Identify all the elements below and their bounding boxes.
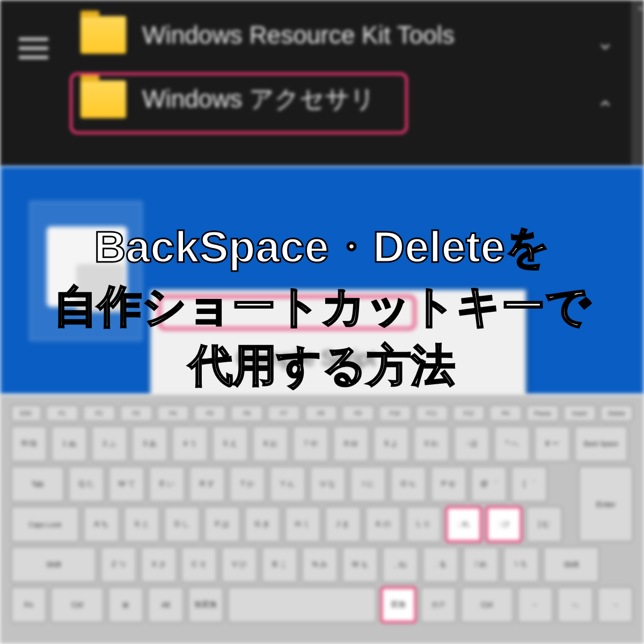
key-minus[interactable]: - ほ (453, 426, 490, 462)
key-caret[interactable]: ^ へ (494, 426, 530, 462)
key-f1[interactable]: F1 (46, 405, 79, 422)
key-t[interactable]: T か (229, 466, 266, 502)
key-bracket-left[interactable]: [ ゜ (511, 466, 547, 502)
key-enter[interactable]: Enter (579, 466, 633, 542)
key-9[interactable]: 9 よ (373, 426, 409, 462)
key-c[interactable]: C そ (181, 546, 217, 583)
keyboard-diagram: ESC F1 F2 F3 F4 F5 F6 F7 F8 F9 F10 F11 F… (0, 395, 644, 644)
key-f5[interactable]: F5 (193, 405, 226, 422)
key-u[interactable]: U な (310, 466, 346, 502)
key-f10[interactable]: F10 (378, 405, 412, 422)
key-n[interactable]: N み (302, 546, 338, 583)
key-prtsc[interactable]: Prt (489, 405, 522, 422)
key-x[interactable]: X さ (141, 546, 177, 583)
key-1[interactable]: 1 ぬ (51, 426, 87, 462)
key-colon-highlighted[interactable]: : け (486, 506, 522, 543)
key-j[interactable]: J ま (325, 506, 361, 543)
key-f9[interactable]: F9 (341, 405, 375, 422)
keyboard-bottom-row: Fn Ctrl ⊞ Alt 無変換 変換 カナ Ctrl ← ↑↓ → (11, 587, 633, 623)
key-4[interactable]: 4 う (172, 426, 208, 462)
key-esc[interactable]: ESC (11, 405, 42, 422)
key-g[interactable]: G き (244, 506, 281, 543)
key-q[interactable]: Q た (68, 466, 105, 502)
key-y[interactable]: Y ん (269, 466, 306, 502)
key-insert[interactable]: Insert (563, 405, 596, 422)
key-f6[interactable]: F6 (230, 405, 264, 422)
key-7[interactable]: 7 や (292, 426, 329, 462)
key-shift-left[interactable]: Shift (11, 546, 97, 583)
key-f2[interactable]: F2 (83, 405, 116, 422)
keyboard-number-row: 半/全 1 ぬ 2 ふ 3 あ 4 う 5 え 6 お 7 や 8 ゆ 9 よ … (11, 426, 633, 462)
keyboard-function-row: ESC F1 F2 F3 F4 F5 F6 F7 F8 F9 F10 F11 F… (11, 405, 633, 422)
key-a[interactable]: A ち (83, 506, 120, 543)
key-henkan-highlighted[interactable]: 変換 (380, 587, 416, 623)
chevron-down-icon[interactable]: ⌄ (596, 30, 614, 54)
hamburger-icon[interactable] (19, 38, 48, 59)
key-semicolon-highlighted[interactable]: ; れ (445, 506, 482, 543)
key-h[interactable]: H く (284, 506, 321, 543)
title-line-2: 自作ショートカットキーで (0, 277, 644, 336)
key-f4[interactable]: F4 (157, 405, 190, 422)
key-win[interactable]: ⊞ (108, 587, 144, 623)
key-d[interactable]: D し (164, 506, 200, 543)
key-arrow-right[interactable]: → (597, 587, 633, 623)
key-ctrl-left[interactable]: Ctrl (50, 587, 104, 623)
key-f8[interactable]: F8 (304, 405, 338, 422)
key-o[interactable]: O ら (390, 466, 427, 502)
key-slash[interactable]: / め (463, 546, 499, 583)
scrollbar[interactable]: ▴ (631, 0, 644, 166)
scroll-up-arrow-icon[interactable]: ▴ (638, 1, 643, 13)
menu-item-resource-kit[interactable]: Windows Resource Kit Tools (80, 16, 455, 54)
key-bracket-right[interactable]: ] む (526, 506, 562, 543)
key-shift-right[interactable]: Shift (543, 546, 599, 583)
key-space[interactable] (228, 587, 377, 623)
key-alt[interactable]: Alt (148, 587, 184, 623)
key-arrow-updown[interactable]: ↑↓ (557, 587, 593, 623)
key-muhenkan[interactable]: 無変換 (188, 587, 224, 623)
key-p[interactable]: P せ (430, 466, 467, 502)
key-i[interactable]: I に (350, 466, 386, 502)
key-m[interactable]: M も (342, 546, 378, 583)
key-capslock[interactable]: Caps Lock (11, 506, 79, 543)
key-yen[interactable]: ¥ ー (534, 426, 570, 462)
key-backspace[interactable]: Back Space (574, 426, 628, 462)
key-at[interactable]: @ ゛ (471, 466, 507, 502)
key-5[interactable]: 5 え (212, 426, 248, 462)
key-kana[interactable]: カナ (420, 587, 456, 623)
menu-label: Windows アクセサリ (142, 83, 375, 116)
key-0[interactable]: 0 わ (413, 426, 450, 462)
key-comma[interactable]: , ね (382, 546, 419, 583)
key-6[interactable]: 6 お (252, 426, 289, 462)
key-3[interactable]: 3 あ (131, 426, 168, 462)
key-w[interactable]: W て (108, 466, 145, 502)
key-hankaku[interactable]: 半/全 (11, 426, 47, 462)
key-f[interactable]: F は (204, 506, 240, 543)
key-e[interactable]: E い (149, 466, 185, 502)
key-f12[interactable]: F12 (452, 405, 486, 422)
chevron-up-icon[interactable]: ⌃ (596, 97, 614, 121)
start-menu-section: Windows Resource Kit Tools Windows アクセサリ… (0, 0, 644, 166)
key-backslash[interactable]: \ ろ (503, 546, 539, 583)
key-s[interactable]: S と (123, 506, 160, 543)
keyboard-a-row: Caps Lock A ち S と D し F は G き H く J ま K … (11, 506, 633, 543)
key-v[interactable]: V ひ (221, 546, 258, 583)
key-l[interactable]: L り (405, 506, 442, 543)
key-pause[interactable]: Pause (526, 405, 559, 422)
key-2[interactable]: 2 ふ (91, 426, 128, 462)
key-delete[interactable]: Delete (600, 405, 633, 422)
key-f3[interactable]: F3 (120, 405, 153, 422)
key-r[interactable]: R す (189, 466, 225, 502)
menu-item-accessories[interactable]: Windows アクセサリ (80, 80, 375, 118)
key-ctrl-right[interactable]: Ctrl (460, 587, 514, 623)
key-b[interactable]: B こ (261, 546, 298, 583)
key-f11[interactable]: F11 (415, 405, 449, 422)
key-8[interactable]: 8 ゆ (333, 426, 369, 462)
key-period[interactable]: . る (422, 546, 459, 583)
key-tab[interactable]: Tab (11, 466, 64, 502)
key-k[interactable]: K の (365, 506, 401, 543)
key-f7[interactable]: F7 (267, 405, 301, 422)
key-fn[interactable]: Fn (11, 587, 47, 623)
key-z[interactable]: Z つ (100, 546, 137, 583)
key-arrow-left[interactable]: ← (517, 587, 553, 623)
thumbnail-container: Windows Resource Kit Tools Windows アクセサリ… (0, 0, 644, 644)
